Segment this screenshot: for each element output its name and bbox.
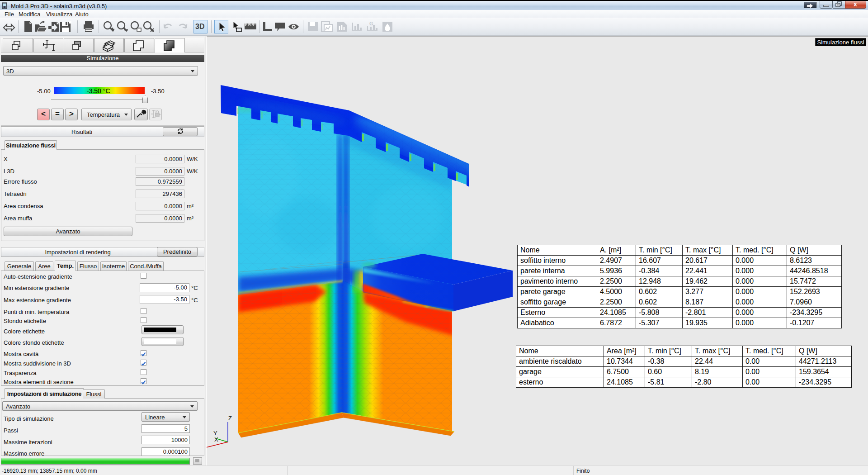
svg-text:x: x xyxy=(854,1,857,8)
svg-text:Y: Y xyxy=(213,430,217,437)
svg-text:G: G xyxy=(369,21,373,26)
svg-text:Z: Z xyxy=(228,415,232,422)
svg-text:X: X xyxy=(214,436,218,443)
